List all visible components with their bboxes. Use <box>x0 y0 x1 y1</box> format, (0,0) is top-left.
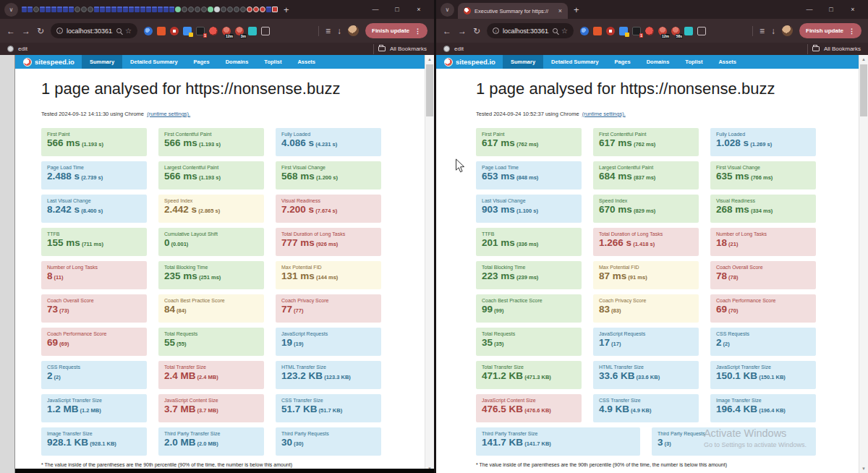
report-nav-tab[interactable]: Domains <box>218 55 257 69</box>
tab-favicon[interactable] <box>260 7 265 12</box>
scroll-down-icon[interactable]: ▼ <box>859 464 868 473</box>
menu-dots-icon[interactable]: ⋮ <box>848 27 855 35</box>
extension-s-icon[interactable] <box>645 27 654 35</box>
extension-blue-icon[interactable] <box>144 27 153 35</box>
report-nav-tab[interactable]: Assets <box>289 55 323 69</box>
extension-docs-icon[interactable] <box>619 27 628 35</box>
sitespeed-logo[interactable]: sitespeed.io <box>15 55 82 69</box>
tab-favicon[interactable] <box>63 7 68 12</box>
report-nav-tab[interactable]: Toplist <box>677 55 710 69</box>
finish-update-button[interactable]: Finish update ⋮ <box>365 23 427 38</box>
sitespeed-logo[interactable]: sitespeed.io <box>436 55 503 69</box>
scrollbar-thumb[interactable] <box>426 64 433 116</box>
tab-favicon[interactable] <box>100 7 105 12</box>
scroll-up-icon[interactable]: ▲ <box>425 55 434 64</box>
address-bar[interactable]: i localhost:30361... ☆ <box>487 23 574 38</box>
tab-favicon[interactable] <box>117 7 122 12</box>
tab-favicon[interactable] <box>240 7 246 12</box>
tab-close-icon[interactable]: × <box>558 7 562 14</box>
all-bookmarks-button[interactable]: All Bookmarks <box>390 46 427 52</box>
minimize-button[interactable]: — <box>365 0 386 19</box>
profile-avatar[interactable] <box>782 25 793 36</box>
report-nav-tab[interactable]: Assets <box>710 55 744 69</box>
tab-favicon[interactable] <box>163 7 169 12</box>
downloads-icon[interactable]: ↓ <box>771 27 775 35</box>
new-tab-button[interactable]: + <box>284 4 289 15</box>
page-scrollbar[interactable]: ▲ ▼ <box>425 55 434 473</box>
browser-tab[interactable]: Executive Summary for https:// × <box>458 3 568 19</box>
scrollbar-thumb[interactable] <box>860 64 867 116</box>
reading-list-icon[interactable]: ≡ <box>760 27 765 35</box>
tab-favicon[interactable] <box>201 7 207 12</box>
tab-favicon[interactable] <box>182 7 187 12</box>
report-nav-tab[interactable]: Toplist <box>256 55 289 69</box>
tab-favicon[interactable] <box>111 7 116 12</box>
finish-update-button[interactable]: Finish update ⋮ <box>799 23 861 38</box>
extension-blue-icon[interactable] <box>580 27 589 35</box>
site-info-icon[interactable]: i <box>56 27 63 34</box>
report-nav-tab[interactable]: Summary <box>82 55 122 69</box>
bookmark-edit[interactable]: edit <box>454 46 464 52</box>
extension-timer-icon[interactable]: 12m <box>222 27 231 35</box>
tab-favicon[interactable] <box>40 7 45 12</box>
tab-favicon[interactable] <box>266 7 271 12</box>
extension-camera-icon[interactable]: 1 <box>632 27 641 35</box>
close-button[interactable]: × <box>408 0 430 19</box>
reload-button[interactable]: ↻ <box>473 27 480 35</box>
tab-favicon[interactable] <box>152 7 157 12</box>
tab-favicon[interactable] <box>135 7 140 12</box>
address-bar[interactable]: i localhost:30361... ☆ <box>51 23 137 38</box>
reload-button[interactable]: ↻ <box>37 27 44 35</box>
tab-search-button[interactable]: ∨ <box>441 3 454 17</box>
tab-favicon[interactable] <box>22 7 27 12</box>
minimize-button[interactable]: — <box>799 0 820 19</box>
tab-favicon[interactable] <box>214 7 220 12</box>
tab-favicon[interactable] <box>75 7 80 12</box>
search-icon[interactable] <box>553 28 558 33</box>
extensions-puzzle-icon[interactable] <box>697 27 706 35</box>
extension-orange-icon[interactable] <box>157 27 166 35</box>
extension-camera-icon[interactable]: 1 <box>196 27 205 35</box>
tab-favicon[interactable] <box>33 7 39 12</box>
report-nav-tab[interactable]: Domains <box>639 55 678 69</box>
extension-save-icon[interactable] <box>684 27 693 35</box>
bookmark-edit[interactable]: edit <box>18 46 27 52</box>
tab-favicon[interactable] <box>51 7 56 12</box>
maximize-button[interactable]: □ <box>820 0 842 19</box>
report-nav-tab[interactable]: Pages <box>607 55 639 69</box>
all-bookmarks-button[interactable]: All Bookmarks <box>824 46 861 52</box>
tab-favicon[interactable] <box>81 7 87 12</box>
tab-favicon[interactable] <box>221 7 226 12</box>
report-nav-tab[interactable]: Detailed Summary <box>543 55 606 69</box>
scroll-up-icon[interactable]: ▲ <box>859 55 868 64</box>
tab-favicon[interactable] <box>57 7 62 12</box>
page-scrollbar[interactable]: ▲ ▼ <box>859 55 868 473</box>
tab-favicon[interactable] <box>158 7 163 12</box>
back-button[interactable]: ← <box>7 27 15 35</box>
tab-favicon[interactable] <box>146 7 151 12</box>
extension-red-dot-icon[interactable] <box>606 27 615 35</box>
profile-avatar[interactable] <box>348 25 359 36</box>
tab-favicon[interactable] <box>253 7 259 12</box>
extensions-puzzle-icon[interactable] <box>261 27 270 35</box>
site-info-icon[interactable]: i <box>493 27 499 34</box>
downloads-icon[interactable]: ↓ <box>337 27 341 35</box>
back-button[interactable]: ← <box>443 27 451 35</box>
tab-favicon[interactable] <box>129 7 134 12</box>
extension-timer-icon[interactable]: 3m <box>235 27 244 35</box>
tab-favicon[interactable] <box>188 7 194 12</box>
tab-favicon[interactable] <box>140 7 145 12</box>
tab-favicon[interactable] <box>123 7 128 12</box>
tab-favicon[interactable] <box>208 7 213 12</box>
forward-button[interactable]: → <box>22 27 30 35</box>
tab-search-button[interactable]: ∨ <box>4 3 18 17</box>
tab-favicon[interactable] <box>169 7 174 12</box>
runtime-settings-link[interactable]: (runtime settings). <box>147 111 190 117</box>
extension-timer-icon[interactable]: 12m <box>658 27 667 35</box>
report-nav-tab[interactable]: Detailed Summary <box>122 55 185 69</box>
close-button[interactable]: × <box>842 0 864 19</box>
tab-favicon[interactable] <box>272 7 278 12</box>
tab-favicon[interactable] <box>27 7 33 12</box>
tab-favicon[interactable] <box>195 7 200 12</box>
search-icon[interactable] <box>116 28 122 33</box>
